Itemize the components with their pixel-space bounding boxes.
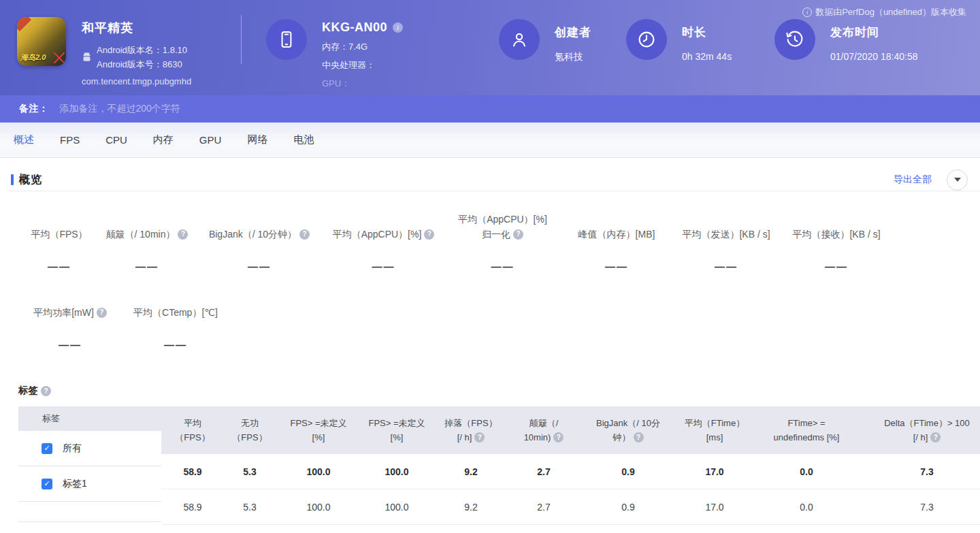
column-header-9: Delta（FTime）> 100[/ h]? — [862, 416, 980, 445]
header-divider — [241, 15, 242, 64]
tag-row-label: 所有 — [63, 442, 82, 455]
section-divider — [9, 191, 980, 191]
column-header-line1: BigJank（/ 10分 — [596, 416, 660, 430]
column-header-line1: 颠簸（/ — [529, 416, 559, 430]
help-icon[interactable]: ? — [424, 229, 434, 240]
metric-1-label: 颠簸（/ 10min）? — [106, 210, 189, 242]
metric-label-text: 平均（CTemp）[℃] — [133, 305, 218, 320]
device-model: KKG-AN00 — [322, 20, 387, 35]
help-icon[interactable]: ? — [930, 432, 941, 442]
device-info-icon[interactable]: i — [393, 22, 403, 33]
tags-title-row: 标签 ? — [18, 385, 980, 397]
help-icon[interactable]: ? — [634, 432, 644, 442]
tab-battery[interactable]: 电池 — [293, 133, 314, 146]
metric-label-text: 平均（FPS） — [31, 227, 87, 242]
column-header-line2: （FPS） — [175, 430, 210, 445]
tag-checkbox[interactable]: ✓ — [42, 479, 52, 489]
android-version-name: Android版本名：1.8.10 — [97, 43, 187, 57]
metric-b-1-label: 平均（CTemp）[℃] — [133, 289, 218, 320]
column-header-text: [ms] — [706, 430, 723, 445]
creator-label: 创建者 — [555, 25, 591, 40]
data-cell: 5.3 — [224, 502, 276, 513]
help-icon[interactable]: ? — [299, 229, 310, 240]
metric-4-value: —— — [491, 261, 514, 272]
help-icon[interactable]: ? — [178, 229, 188, 240]
data-row-1: 58.95.3100.0100.09.22.70.917.00.07.3 — [161, 489, 980, 525]
help-icon[interactable]: ? — [513, 229, 523, 240]
data-cell: 9.2 — [432, 466, 510, 477]
duration-label: 时长 — [682, 25, 732, 40]
android-icon — [82, 52, 92, 63]
info-icon[interactable]: i — [802, 7, 812, 17]
overview-title: 概览 — [19, 173, 42, 187]
collapse-button[interactable] — [947, 169, 968, 191]
export-all-link[interactable]: 导出全部 — [894, 174, 932, 186]
data-cell: 58.9 — [161, 502, 224, 513]
metric-label-line1: 平均（CTemp）[℃] — [133, 305, 218, 320]
column-header-7: 平均（FTime）[ms] — [679, 416, 751, 445]
publish-block: 发布时间 01/07/2020 18:40:58 — [774, 19, 917, 62]
column-header-line2: 钟）? — [613, 430, 644, 445]
help-icon[interactable]: ? — [97, 308, 107, 318]
column-header-text: 钟） — [613, 430, 631, 445]
collect-info-text: 数据由PerfDog（undefined）版本收集 — [815, 6, 966, 18]
metric-b-0-label: 平均功率[mW]? — [33, 289, 107, 320]
tag-checkbox[interactable]: ✓ — [42, 443, 52, 454]
metric-b-1: 平均（CTemp）[℃]—— — [121, 289, 230, 351]
column-header-8: FTime> =undefinedms [%] — [751, 416, 862, 445]
metric-label-text: 平均（发送）[KB / s] — [682, 227, 770, 242]
app-name: 和平精英 — [82, 20, 191, 36]
data-cell: 100.0 — [361, 466, 432, 477]
data-cell: 7.3 — [862, 466, 980, 477]
overview-metrics-row1: 平均（FPS）——颠簸（/ 10min）?——BigJank（/ 10分钟）?—… — [19, 210, 980, 272]
data-cell: 100.0 — [276, 502, 361, 513]
metric-4-label: 平均（AppCPU）[%]归一化? — [458, 210, 547, 242]
metric-6-label: 平均（发送）[KB / s] — [682, 210, 770, 242]
tab-gpu[interactable]: GPU — [199, 134, 222, 146]
metric-7: 平均（接收）[KB / s]—— — [781, 210, 892, 272]
device-memory: 内存：7.4G — [322, 41, 403, 53]
app-icon-caption: 海岛2.0 — [20, 52, 46, 63]
metric-label-text: 平均（接收）[KB / s] — [792, 227, 880, 242]
column-header-line1: FPS> =未定义 — [290, 416, 346, 430]
metric-label-line1: 平均（接收）[KB / s] — [792, 227, 880, 242]
metric-6: 平均（发送）[KB / s]—— — [671, 210, 781, 272]
tab-fps[interactable]: FPS — [60, 134, 80, 146]
column-header-text: [/ h] — [913, 430, 928, 445]
column-header-line2: [ms] — [706, 430, 723, 445]
data-cell: 7.3 — [862, 502, 980, 513]
overview-metrics-row2: 平均功率[mW]?——平均（CTemp）[℃]—— — [19, 289, 980, 351]
tab-overview[interactable]: 概述 — [14, 133, 34, 146]
data-cell: 17.0 — [679, 466, 751, 477]
column-header-line1: Delta（FTime）> 100 — [884, 416, 970, 430]
data-cell: 2.7 — [510, 466, 578, 477]
tags-table: 标签 ✓所有✓标签1 平均（FPS）无功（FPS）FPS> =未定义[%]FPS… — [18, 406, 980, 525]
column-header-line2: （FPS） — [232, 430, 267, 445]
tab-memory[interactable]: 内存 — [153, 133, 174, 146]
metric-6-value: —— — [715, 261, 738, 272]
tab-network[interactable]: 网络 — [247, 133, 267, 146]
column-header-line2: [%] — [312, 430, 325, 445]
column-header-0: 平均（FPS） — [161, 416, 224, 445]
help-icon[interactable]: ? — [553, 432, 564, 442]
note-input[interactable]: 添加备注，不超过200个字符 — [60, 103, 980, 115]
section-accent-bar — [11, 174, 14, 185]
publish-value: 01/07/2020 18:40:58 — [830, 51, 917, 62]
metric-3-value: —— — [372, 261, 395, 272]
tab-cpu[interactable]: CPU — [105, 134, 127, 146]
android-version-code: Android版本号：8630 — [97, 57, 187, 71]
data-cell: 100.0 — [361, 502, 432, 513]
chevron-down-icon — [954, 178, 961, 182]
tag-row-label: 标签1 — [63, 478, 87, 490]
data-column-header-row: 平均（FPS）无功（FPS）FPS> =未定义[%]FPS> =未定义[%]掉落… — [161, 406, 980, 454]
metric-1-value: —— — [135, 261, 159, 272]
collect-info: i 数据由PerfDog（undefined）版本收集 — [802, 6, 966, 18]
tag-row-0: ✓所有 — [18, 431, 161, 466]
tag-row-empty — [18, 502, 161, 522]
help-icon[interactable]: ? — [474, 432, 485, 442]
creator-value: 氪科技 — [555, 51, 591, 63]
column-header-line1: 无功 — [241, 416, 259, 430]
metric-label-text: 平均（AppCPU）[%] — [333, 227, 422, 242]
column-header-5: 颠簸（/10min)? — [510, 416, 578, 445]
help-icon[interactable]: ? — [41, 386, 51, 396]
